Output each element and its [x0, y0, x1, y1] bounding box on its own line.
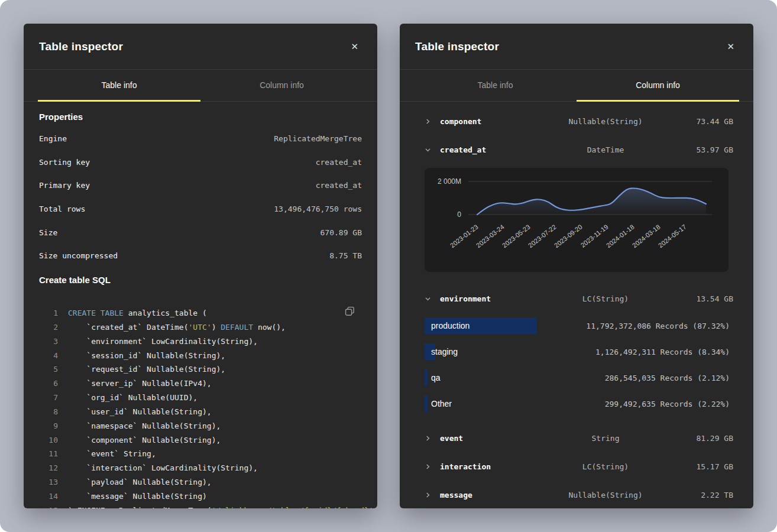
tab-bar: Table infoColumn info [24, 70, 377, 102]
tab-table-info[interactable]: Table info [38, 70, 200, 102]
property-label: Size [39, 228, 57, 237]
property-label: Sorting key [39, 158, 90, 167]
sql-line: 9 `namespace` Nullable(String), [39, 419, 362, 433]
environment-values-list: production 11,792,372,086 Records (87.32… [415, 313, 738, 417]
line-number: 6 [39, 379, 58, 388]
property-value: 8.75 TB [329, 251, 362, 260]
property-label: Total rows [39, 205, 85, 213]
tab-column-info[interactable]: Column info [200, 70, 363, 102]
property-label: Engine [39, 134, 67, 143]
env-value-records: 299,492,635 Records (2.22%) [605, 400, 730, 408]
property-value: created_at [316, 181, 362, 190]
chevron-down-icon[interactable] [425, 296, 440, 302]
close-icon[interactable]: ✕ [723, 38, 738, 54]
env-value-label: staging [425, 347, 458, 356]
env-value-row-production[interactable]: production 11,792,372,086 Records (87.32… [415, 313, 738, 339]
dialog-title: Table inspector [39, 40, 123, 53]
line-number: 11 [39, 449, 58, 458]
y-axis-tick-label: 0 [425, 210, 461, 219]
property-label: Primary key [39, 181, 90, 190]
column-type: LC(String) [539, 462, 672, 471]
property-row-sorting-key: Sorting key created_at [39, 151, 362, 174]
y-axis-tick-label: 2 000M [425, 177, 461, 186]
column-row-message[interactable]: message Nullable(String) 2.22 TB [415, 481, 738, 508]
sql-lines: 1CREATE TABLE analytics_table ( 2 `creat… [39, 306, 362, 508]
column-row-event[interactable]: event String 81.29 GB [415, 424, 738, 452]
dialog-title: Table inspector [415, 40, 499, 53]
column-size: 81.29 GB [672, 434, 733, 443]
column-row-component[interactable]: component Nullable(String) 73.44 GB [415, 107, 738, 135]
sql-line: 15) ENGINE = ReplicatedMergeTree('/click… [39, 503, 362, 508]
close-icon[interactable]: ✕ [347, 38, 362, 54]
properties-heading: Properties [39, 112, 362, 122]
property-value: ReplicatedMergeTree [274, 134, 362, 143]
chevron-right-icon[interactable] [425, 118, 440, 125]
env-value-label: Other [425, 399, 452, 408]
dialog-body: Properties Engine ReplicatedMergeTree So… [24, 112, 377, 508]
line-number: 4 [39, 351, 58, 360]
column-size: 53.97 GB [672, 145, 733, 154]
line-number: 9 [39, 421, 58, 430]
sql-line: 2 `created_at` DateTime('UTC') DEFAULT n… [39, 320, 362, 334]
sql-code-block: 1CREATE TABLE analytics_table ( 2 `creat… [39, 306, 362, 508]
column-type: DateTime [539, 145, 672, 154]
table-inspector-dialog-column-info: Table inspector ✕ Table infoColumn info … [400, 24, 753, 508]
created-at-distribution-chart: 2 000M 0 2023-01-232023-03-242023-05-232… [425, 168, 729, 272]
column-size: 73.44 GB [672, 117, 733, 126]
create-table-sql-heading: Create table SQL [39, 275, 362, 286]
column-row-environment[interactable]: environment LC(String) 13.54 GB [415, 284, 738, 313]
tab-column-info[interactable]: Column info [577, 70, 739, 102]
column-name: message [440, 491, 539, 499]
env-value-label: production [425, 321, 470, 330]
line-number: 10 [39, 436, 58, 445]
column-row-interaction[interactable]: interaction LC(String) 15.17 GB [415, 452, 738, 481]
column-row-created_at[interactable]: created_at DateTime 53.97 GB [415, 135, 738, 164]
property-row-size: Size 670.89 GB [39, 220, 362, 244]
column-size: 13.54 GB [672, 294, 733, 303]
sql-line: 4 `session_id` Nullable(String), [39, 348, 362, 362]
copy-icon[interactable] [344, 305, 356, 319]
line-number: 2 [39, 323, 58, 332]
sql-line: 12 `interaction` LowCardinality(String), [39, 461, 362, 475]
chevron-down-icon[interactable] [425, 147, 440, 153]
property-value: created_at [316, 158, 362, 167]
sql-line: 1CREATE TABLE analytics_table ( [39, 306, 362, 320]
x-axis-tick-label: 2023-01-23 [435, 223, 480, 259]
sql-line: 14 `message` Nullable(String) [39, 489, 362, 504]
column-size: 2.22 TB [672, 491, 733, 499]
env-value-records: 1,126,492,311 Records (8.34%) [595, 348, 730, 356]
line-number: 13 [39, 478, 58, 486]
property-row-primary-key: Primary key created_at [39, 174, 362, 197]
line-number: 5 [39, 365, 58, 374]
sql-line: 11 `event` String, [39, 447, 362, 461]
env-value-row-staging[interactable]: staging 1,126,492,311 Records (8.34%) [415, 339, 738, 365]
property-row-total-rows: Total rows 13,496,476,750 rows [39, 197, 362, 221]
line-number: 3 [39, 337, 58, 346]
tab-bar: Table infoColumn info [400, 70, 753, 102]
column-name: created_at [440, 145, 539, 154]
env-value-row-other[interactable]: Other 299,492,635 Records (2.22%) [415, 391, 738, 417]
sql-line: 6 `server_ip` Nullable(IPv4), [39, 377, 362, 391]
line-number: 8 [39, 407, 58, 416]
property-value: 13,496,476,750 rows [274, 205, 362, 213]
property-value: 670.89 GB [320, 228, 362, 237]
env-value-records: 286,545,035 Records (2.12%) [605, 374, 730, 382]
chevron-right-icon[interactable] [425, 492, 440, 498]
column-type: Nullable(String) [539, 117, 672, 126]
line-number: 7 [39, 393, 58, 402]
env-value-records: 11,792,372,086 Records (87.32%) [586, 322, 730, 330]
chevron-right-icon[interactable] [425, 463, 440, 470]
area-chart [425, 168, 729, 218]
column-name: event [440, 434, 539, 443]
column-name: environment [440, 294, 539, 303]
env-value-label: qa [425, 373, 441, 382]
sql-line: 5 `request_id` Nullable(String), [39, 362, 362, 377]
column-name: interaction [440, 462, 539, 471]
chevron-right-icon[interactable] [425, 435, 440, 442]
env-value-row-qa[interactable]: qa 286,545,035 Records (2.12%) [415, 365, 738, 391]
sql-line: 3 `environment` LowCardinality(String), [39, 334, 362, 348]
sql-line: 8 `user_id` Nullable(String), [39, 404, 362, 419]
tab-table-info[interactable]: Table info [414, 70, 577, 102]
column-type: Nullable(String) [539, 491, 672, 499]
properties-list: Engine ReplicatedMergeTree Sorting key c… [39, 127, 362, 268]
